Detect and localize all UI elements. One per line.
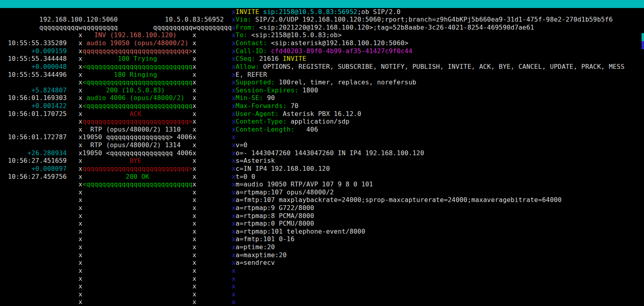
terminal-row: 192.168.100.120:506010.5.0.83:56952xVia:… bbox=[0, 16, 644, 24]
message-time-delta: +5.824807 bbox=[32, 86, 67, 94]
panel-border-char: x bbox=[232, 126, 236, 134]
panel-border-char: x bbox=[232, 290, 236, 298]
flow-column-char: x bbox=[79, 133, 83, 141]
flow-column-char: x bbox=[79, 251, 83, 259]
panel-border-char: x bbox=[232, 71, 236, 79]
sip-message-arrow[interactable]: qqqqqqqqqqqqqqqqqqqqqqqqqqq> bbox=[82, 47, 192, 55]
sip-raw-line-segment: SIP/2.0/UDP 192.168.100.120:5060;rport;b… bbox=[251, 16, 613, 24]
sip-message-label[interactable]: 200 OK bbox=[126, 173, 149, 181]
flow-column-char: x bbox=[79, 86, 83, 94]
sip-message-label[interactable]: audio 19050 (opus/48000/2) bbox=[86, 39, 189, 47]
sip-message-arrow[interactable]: qqqqqqqqqqqqqqqqqqqqqqqqqqq> bbox=[82, 165, 192, 173]
flow-column-char: x bbox=[193, 86, 197, 94]
terminal-row: xxxa=rtpmap:9 G722/8000 bbox=[0, 204, 644, 212]
terminal-row: xxINV (192.168.100.120)xTo: <sip:2158@10… bbox=[0, 31, 644, 39]
sip-raw-line-segment: CSeq: bbox=[236, 55, 255, 63]
panel-border-char: x bbox=[232, 228, 236, 236]
terminal-row: xx10:56:27.459756200 OKxt=0 0 bbox=[0, 173, 644, 181]
sip-message-label[interactable]: INV (192.168.100.120) bbox=[94, 31, 177, 39]
panel-border-char: x bbox=[232, 31, 236, 39]
flow-column-char: x bbox=[193, 110, 197, 118]
flow-column-char: x bbox=[193, 275, 197, 283]
flow-column-char: x bbox=[193, 267, 197, 275]
flow-column-char: x bbox=[193, 102, 197, 110]
flow-column-char: x bbox=[79, 78, 83, 86]
panel-border-char: x bbox=[232, 275, 236, 283]
flow-column-char: x bbox=[193, 55, 197, 63]
rtp-stream-label[interactable]: RTP (opus/48000/2) 1310 bbox=[90, 126, 181, 134]
sip-raw-line-segment: Supported: bbox=[236, 78, 275, 86]
flow-column-char: x bbox=[79, 71, 83, 79]
flow-column-char: x bbox=[79, 126, 83, 134]
sip-message-arrow[interactable]: <qqqqqqqqqqqqqqqqqqqqqqqqqqq bbox=[82, 102, 192, 110]
message-timestamp: 10:56:27.451659 bbox=[8, 157, 67, 165]
endpoint-address: 10.5.0.83:56952 bbox=[165, 16, 224, 24]
message-time-delta: +0.000048 bbox=[32, 63, 67, 71]
flow-column-char: x bbox=[193, 141, 197, 149]
terminal-row: xx<qqqqqqqqqqqqqqqqqqqqqqqqqqqxm=audio 1… bbox=[0, 180, 644, 188]
sip-raw-line-segment: Via: bbox=[236, 16, 251, 24]
terminal-row: xxx bbox=[0, 298, 644, 306]
flow-column-char: x bbox=[193, 282, 197, 290]
flow-column-char: x bbox=[193, 39, 197, 47]
panel-border-char: x bbox=[232, 8, 236, 16]
rtp-stream-arrow[interactable]: 19050 <qqqqqqqqqqqqqqqq 4006 bbox=[82, 149, 192, 157]
message-timestamp: 10:56:27.459756 bbox=[8, 173, 67, 181]
message-timestamp: 10:56:01.172787 bbox=[8, 133, 67, 141]
terminal-row: xxxa=ptime:20 bbox=[0, 243, 644, 251]
sip-message-label[interactable]: 100 Trying bbox=[118, 55, 157, 63]
terminal-row: xx+26.28093419050 <qqqqqqqqqqqqqqqq 4006… bbox=[0, 149, 644, 157]
sip-message-label[interactable]: ACK bbox=[129, 110, 141, 118]
sip-raw-line-segment: 1800 bbox=[298, 86, 318, 94]
sip-raw-line-segment: Session-Expires: bbox=[236, 86, 298, 94]
rtp-stream-arrow[interactable]: 19050 qqqqqqqqqqqqqqqq> 4006 bbox=[82, 133, 192, 141]
sip-message-label[interactable]: audio 4006 (opus/48000/2) bbox=[86, 94, 185, 102]
scrollbar-thumb[interactable] bbox=[642, 33, 644, 41]
sip-message-arrow[interactable]: <qqqqqqqqqqqqqqqqqqqqqqqqqqq bbox=[82, 78, 192, 86]
flow-column-char: x bbox=[79, 275, 83, 283]
flow-column-char: x bbox=[79, 55, 83, 63]
flow-column-char: x bbox=[79, 157, 83, 165]
flow-column-char: x bbox=[79, 180, 83, 188]
flow-column-char: x bbox=[193, 259, 197, 267]
sip-raw-line-segment: cfd40203-89f0-4b99-af35-41427c9f0c44 bbox=[267, 47, 412, 55]
sip-message-arrow[interactable]: <qqqqqqqqqqqqqqqqqqqqqqqqqqq bbox=[82, 180, 192, 188]
sip-raw-line-segment: m=audio 19050 RTP/AVP 107 9 8 0 101 bbox=[236, 180, 373, 188]
message-time-delta: +26.280934 bbox=[28, 149, 67, 157]
sip-message-label[interactable]: BYE bbox=[129, 157, 141, 165]
flow-column-char: x bbox=[79, 259, 83, 267]
sip-raw-line-segment: To: bbox=[236, 31, 248, 39]
flow-column-char: x bbox=[79, 188, 83, 196]
panel-border-char: x bbox=[232, 55, 236, 63]
flow-column-char: x bbox=[193, 78, 197, 86]
sip-message-arrow[interactable]: <qqqqqqqqqqqqqqqqqqqqqqqqqqq bbox=[82, 63, 192, 71]
flow-column-char: x bbox=[79, 243, 83, 251]
flow-column-char: x bbox=[193, 71, 197, 79]
sip-raw-line-segment: a=ptime:20 bbox=[236, 243, 275, 251]
sip-message-label[interactable]: 200 (10.5.0.83) bbox=[106, 86, 165, 94]
flow-column-char: x bbox=[79, 204, 83, 212]
flow-column-char: x bbox=[79, 63, 83, 71]
flow-column-char: x bbox=[193, 157, 197, 165]
sip-raw-line-segment: c=IN IP4 192.168.100.120 bbox=[236, 165, 330, 173]
sip-message-label[interactable]: 180 Ringing bbox=[114, 71, 157, 79]
terminal-row: xxxa=sendrecv bbox=[0, 259, 644, 267]
panel-border-char: x bbox=[232, 78, 236, 86]
terminal-row: xxx bbox=[0, 290, 644, 298]
terminal-row: xx10:56:01.17278719050 qqqqqqqqqqqqqqqq>… bbox=[0, 133, 644, 141]
sip-raw-line-segment: <sip:asterisk@192.168.100.120:5060> bbox=[267, 39, 408, 47]
panel-border-char: x bbox=[232, 235, 236, 243]
sip-message-arrow[interactable]: qqqqqqqqqqqqqqqqqqqqqqqqqqq> bbox=[82, 118, 192, 126]
rtp-stream-label[interactable]: RTP (opus/48000/2) 1314 bbox=[90, 141, 181, 149]
flow-column-char: x bbox=[193, 31, 197, 39]
panel-border-char: x bbox=[232, 196, 236, 204]
terminal-row: xx+0.008097qqqqqqqqqqqqqqqqqqqqqqqqqqq>x… bbox=[0, 165, 644, 173]
flow-column-char: x bbox=[193, 228, 197, 236]
flow-column-char: x bbox=[193, 290, 197, 298]
scrollbar-thumb[interactable] bbox=[642, 41, 644, 49]
panel-border-char: x bbox=[232, 251, 236, 259]
panel-border-char: x bbox=[232, 204, 236, 212]
sip-raw-line-segment: INVITE bbox=[283, 55, 306, 63]
flow-column-char: x bbox=[79, 141, 83, 149]
flow-column-char: x bbox=[79, 165, 83, 173]
